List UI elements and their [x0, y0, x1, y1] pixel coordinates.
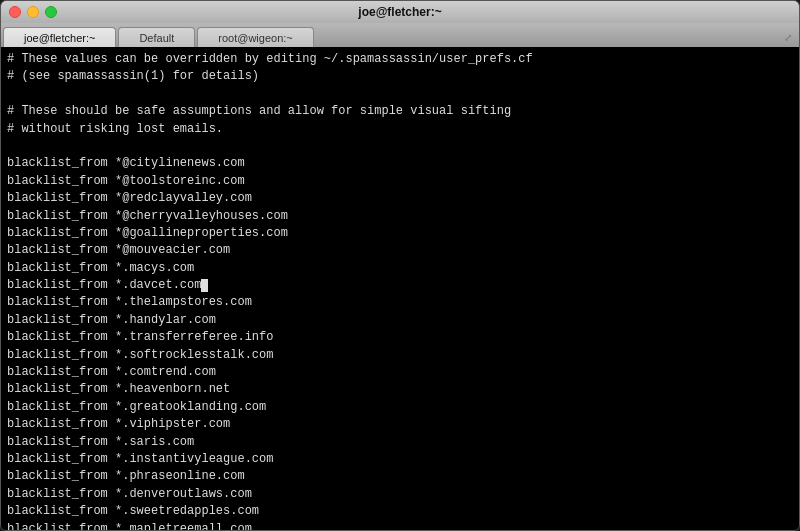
- tab-bar: joe@fletcher:~ Default root@wigeon:~ ⤢: [1, 23, 799, 47]
- title-bar: joe@fletcher:~: [1, 1, 799, 23]
- terminal-line: [7, 138, 793, 155]
- resize-handle[interactable]: ⤢: [781, 31, 795, 45]
- minimize-button[interactable]: [27, 6, 39, 18]
- terminal-line: blacklist_from *.comtrend.com: [7, 364, 793, 381]
- terminal-line: blacklist_from *@cherryvalleyhouses.com: [7, 208, 793, 225]
- terminal-line: blacklist_from *.davcet.com: [7, 277, 793, 294]
- terminal-line: blacklist_from *.viphipster.com: [7, 416, 793, 433]
- tab-joe-fletcher[interactable]: joe@fletcher:~: [3, 27, 116, 47]
- terminal-line: # These values can be overridden by edit…: [7, 51, 793, 68]
- terminal-line: blacklist_from *@redclayvalley.com: [7, 190, 793, 207]
- terminal-line: blacklist_from *.denveroutlaws.com: [7, 486, 793, 503]
- terminal-line: [7, 86, 793, 103]
- terminal-line: # (see spamassassin(1) for details): [7, 68, 793, 85]
- terminal-line: blacklist_from *.greatooklanding.com: [7, 399, 793, 416]
- terminal-line: blacklist_from *.handylar.com: [7, 312, 793, 329]
- terminal-line: # without risking lost emails.: [7, 121, 793, 138]
- terminal-line: blacklist_from *@goallineproperties.com: [7, 225, 793, 242]
- window-controls: [9, 6, 57, 18]
- tab-root-wigeon[interactable]: root@wigeon:~: [197, 27, 313, 47]
- terminal-line: blacklist_from *.phraseonline.com: [7, 468, 793, 485]
- terminal-line: blacklist_from *.saris.com: [7, 434, 793, 451]
- terminal-line: blacklist_from *@mouveacier.com: [7, 242, 793, 259]
- terminal-line: blacklist_from *.transferreferee.info: [7, 329, 793, 346]
- terminal-line: blacklist_from *.sweetredapples.com: [7, 503, 793, 520]
- terminal-line: blacklist_from *@citylinenews.com: [7, 155, 793, 172]
- terminal-line: blacklist_from *.thelampstores.com: [7, 294, 793, 311]
- terminal-content[interactable]: # These values can be overridden by edit…: [1, 47, 799, 530]
- terminal-line: blacklist_from *.macys.com: [7, 260, 793, 277]
- terminal-window: joe@fletcher:~ joe@fletcher:~ Default ro…: [0, 0, 800, 531]
- terminal-line: # These should be safe assumptions and a…: [7, 103, 793, 120]
- terminal-line: blacklist_from *@toolstoreinc.com: [7, 173, 793, 190]
- terminal-line: blacklist_from *.softrocklesstalk.com: [7, 347, 793, 364]
- window-title: joe@fletcher:~: [358, 5, 441, 19]
- close-button[interactable]: [9, 6, 21, 18]
- terminal-line: blacklist_from *.mapletreemall.com: [7, 521, 793, 530]
- maximize-button[interactable]: [45, 6, 57, 18]
- terminal-line: blacklist_from *.heavenborn.net: [7, 381, 793, 398]
- tab-default[interactable]: Default: [118, 27, 195, 47]
- terminal-line: blacklist_from *.instantivyleague.com: [7, 451, 793, 468]
